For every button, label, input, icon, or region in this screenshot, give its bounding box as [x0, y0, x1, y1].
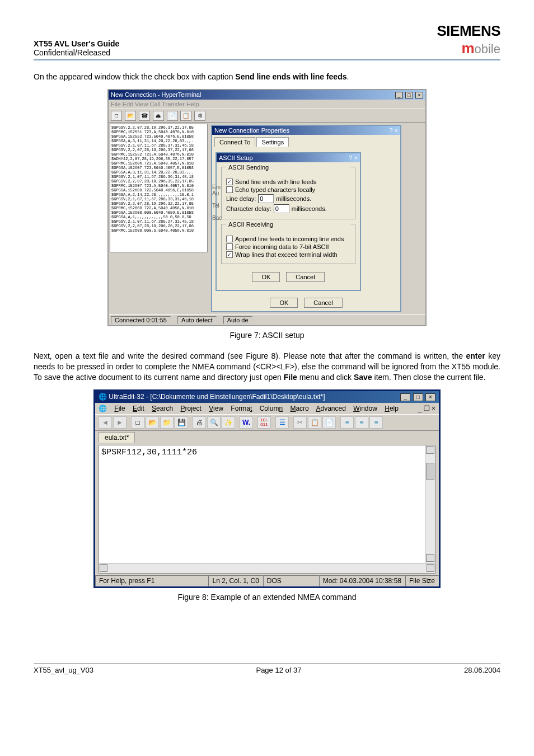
scroll-right-icon[interactable]	[427, 564, 434, 572]
menu-macro[interactable]: Macro	[290, 405, 308, 412]
tools-icon[interactable]: ✨	[222, 416, 235, 429]
preview-icon[interactable]: 🔍	[207, 416, 221, 429]
ht-terminal-text: $GPGSV,2,2,07,28,19,296,37,22,17,05 $GPR…	[110, 124, 208, 252]
open2-icon[interactable]: 📁	[160, 416, 174, 429]
help-icon[interactable]: ?	[349, 154, 352, 161]
copy-icon[interactable]: 📋	[308, 416, 321, 429]
tb-icon[interactable]: ⏏	[153, 111, 164, 121]
tb-icon[interactable]: □	[111, 111, 122, 121]
para-2: Next, open a text file and write the des…	[34, 351, 500, 383]
tb-icon[interactable]: 📋	[180, 111, 191, 121]
tb-icon[interactable]: ⚙	[194, 111, 205, 121]
props-cancel-button[interactable]: Cancel	[304, 298, 342, 308]
hyperterminal-window: New Connection - HyperTerminal _ □ × Fil…	[107, 89, 427, 326]
doc-title: XT55 AVL User's Guide	[34, 39, 119, 48]
ue-title: UltraEdit-32 - [C:\Dokumente und Einstel…	[109, 393, 325, 401]
figure8-caption: Figure 8: Example of an extended NMEA co…	[34, 593, 500, 602]
ht-toolbar: □ 📂 ☎ ⏏ 📄 📋 ⚙	[109, 109, 425, 123]
ht-menubar: File Edit View Call Transfer Help	[109, 100, 425, 109]
brand-mobile: mobile	[437, 40, 500, 57]
properties-dialog: New Connection Properties ? × Connect To…	[211, 125, 401, 312]
ht-titlebar: New Connection - HyperTerminal _ □ ×	[109, 90, 425, 100]
minimize-icon[interactable]: _	[400, 393, 410, 401]
maximize-icon[interactable]: □	[405, 92, 413, 98]
tab-settings[interactable]: Settings	[256, 137, 289, 147]
ue-editor[interactable]: $PSRF112,30,1111*26	[99, 445, 435, 574]
maximize-icon[interactable]: □	[413, 393, 423, 401]
doc-subtitle: Confidential/Released	[34, 48, 119, 57]
minimize-icon[interactable]: _	[395, 92, 403, 98]
app-icon: 🌐	[99, 393, 107, 401]
mdi-restore-icon[interactable]: ❐	[424, 405, 430, 412]
page-header: XT55 AVL User's Guide Confidential/Relea…	[34, 22, 500, 60]
ascii-setup-dialog: ASCII Setup ? × ASCII Sending	[216, 152, 361, 291]
print-icon[interactable]: 🖨	[193, 416, 206, 429]
word-icon[interactable]: W.	[240, 416, 253, 429]
scroll-left-icon[interactable]	[100, 564, 107, 572]
align-center-icon[interactable]: ≡	[355, 416, 368, 429]
ascii-cancel-button[interactable]: Cancel	[286, 272, 324, 282]
ultraedit-window: 🌐 UltraEdit-32 - [C:\Dokumente und Einst…	[93, 389, 441, 588]
ascii-ok-button[interactable]: OK	[252, 272, 280, 282]
checkbox-send-line-ends[interactable]: ✓	[226, 179, 233, 185]
new-icon[interactable]: □	[131, 416, 144, 429]
align-left-icon[interactable]: ≡	[340, 416, 354, 429]
menu-help[interactable]: Help	[385, 405, 399, 412]
menu-window[interactable]: Window	[353, 405, 377, 412]
menu-project[interactable]: Project	[180, 405, 201, 412]
scroll-down-icon[interactable]	[426, 554, 434, 562]
document-tab[interactable]: eula.txt*	[99, 432, 135, 443]
para-1: On the appeared window thick the check b…	[34, 72, 500, 82]
mdi-close-icon[interactable]: ×	[432, 405, 435, 412]
menu-edit[interactable]: Edit	[133, 405, 144, 412]
align-right-icon[interactable]: ≡	[369, 416, 383, 429]
menu-search[interactable]: Search	[152, 405, 173, 412]
back-icon[interactable]: ◄	[99, 416, 112, 429]
menu-column[interactable]: Column	[260, 405, 283, 412]
page-footer: XT55_avl_ug_V03 Page 12 of 37 28.06.2004	[34, 663, 500, 674]
list-icon[interactable]: ☰	[275, 416, 289, 429]
brand-siemens: SIEMENS	[437, 22, 500, 40]
ht-statusbar: Connected 0:01:55 Auto detect Auto de	[109, 314, 425, 325]
paste-icon[interactable]: 📄	[322, 416, 336, 429]
h-scrollbar[interactable]	[99, 563, 435, 573]
menu-format[interactable]: Format	[231, 405, 252, 412]
hex-icon[interactable]: 10↓ 011	[257, 416, 271, 429]
menu-file[interactable]: File	[114, 405, 125, 412]
tab-connect-to[interactable]: Connect To	[214, 137, 255, 147]
tb-icon[interactable]: 📄	[167, 111, 178, 121]
mdi-min-icon[interactable]: _	[418, 405, 422, 412]
close-icon[interactable]: ×	[395, 127, 398, 134]
close-icon[interactable]: ×	[425, 393, 435, 401]
v-scrollbar[interactable]	[425, 445, 435, 563]
ue-statusbar: For Help, press F1 Ln 2, Col. 1, C0 DOS …	[95, 575, 439, 586]
forward-icon[interactable]: ►	[113, 416, 127, 429]
menu-globe-icon: 🌐	[99, 405, 107, 412]
line-delay-input[interactable]	[258, 194, 274, 203]
close-icon[interactable]: ×	[354, 154, 358, 161]
props-ok-button[interactable]: OK	[270, 298, 298, 308]
checkbox-append[interactable]	[226, 236, 233, 242]
char-delay-input[interactable]	[274, 204, 289, 213]
menu-advanced[interactable]: Advanced	[316, 405, 345, 412]
save-icon[interactable]: 💾	[175, 416, 188, 429]
scroll-up-icon[interactable]	[426, 446, 434, 454]
close-icon[interactable]: ×	[415, 92, 423, 98]
checkbox-force7[interactable]	[226, 243, 233, 250]
cut-icon[interactable]: ✂	[293, 416, 307, 429]
help-icon[interactable]: ?	[389, 127, 392, 134]
ue-menubar: 🌐 File Edit Search Project View Format C…	[99, 405, 404, 412]
editor-text: $PSRF112,30,1111*26	[101, 448, 197, 457]
checkbox-echo[interactable]	[226, 186, 233, 193]
tb-icon[interactable]: ☎	[139, 111, 150, 121]
checkbox-wrap[interactable]: ✓	[226, 251, 233, 258]
menu-view[interactable]: View	[209, 405, 223, 412]
ue-toolbar: ◄ ► □ 📂 📁 💾 🖨 🔍 ✨ W. 10↓ 011 ☰	[95, 414, 439, 431]
open-icon[interactable]: 📂	[146, 416, 159, 429]
tb-icon[interactable]: 📂	[125, 111, 136, 121]
figure7-caption: Figure 7: ASCII setup	[34, 331, 500, 340]
scrollbar-thumb[interactable]	[426, 463, 434, 480]
